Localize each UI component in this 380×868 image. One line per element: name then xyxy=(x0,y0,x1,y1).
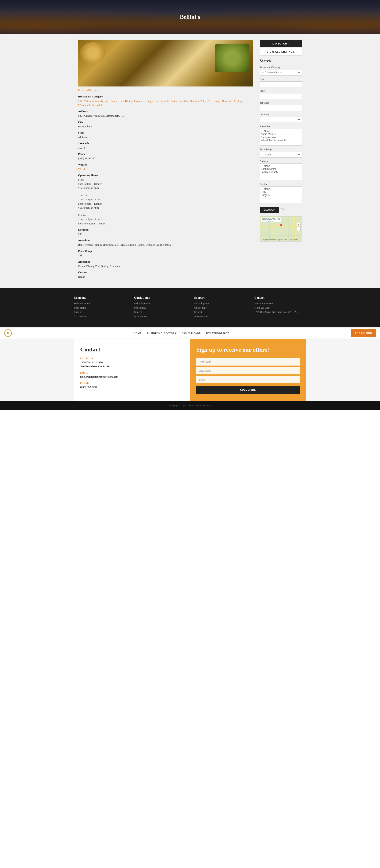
footer-company-link-3[interactable]: Error sit xyxy=(74,310,126,314)
zip-form-group: ZIP Code xyxy=(260,101,302,111)
zip-form-label: ZIP Code xyxy=(260,101,302,104)
hours-fri: Fri-Sat: 11am to 5pm – Lunch 5pm to 9:30… xyxy=(78,213,253,226)
state-form-label: State xyxy=(260,89,302,93)
signup-box: Sign up to receive our offers! SUBSCRIBE xyxy=(190,339,306,401)
amenities-form-label: Amenities xyxy=(260,125,302,128)
contact-location-value: 1234 Divi St. #1000 San Francisco, CA 94… xyxy=(80,360,184,369)
address-value: 6801 Cahaba Valley Rd, Birmingham, AL xyxy=(78,114,253,118)
city-label: City xyxy=(78,120,253,124)
search-title: Search xyxy=(260,59,302,63)
city-section: City Birmingham xyxy=(78,120,253,129)
location-label: Location xyxy=(78,228,253,231)
state-input[interactable] xyxy=(260,93,302,99)
footer-contact-col: Contact info@divimer.com (434)-235-2314 … xyxy=(254,296,306,319)
clear-link[interactable]: Clear xyxy=(281,208,287,211)
city-value: Birmingham xyxy=(78,124,253,129)
nav-link-home[interactable]: HOME xyxy=(134,329,142,338)
nav-link-uncategorized[interactable]: UNCATEGORIZED xyxy=(206,329,230,338)
ambiance-form-group: Ambiance — None — Casual Dining Family-F… xyxy=(260,160,302,181)
website-link[interactable]: Website xyxy=(78,167,87,170)
amenities-listbox[interactable]: — None — Audio Menus Ramp Access Wheelch… xyxy=(260,129,302,146)
footer-columns: Company Sed voluptatem Unde omnis Error … xyxy=(74,296,306,319)
signup-last-name-input[interactable] xyxy=(196,367,300,374)
signup-email-input[interactable] xyxy=(196,376,300,383)
category-form-group: Restaurant Category — Choose One — xyxy=(260,66,302,75)
map-pin: 📍 xyxy=(278,224,284,229)
contact-phone-label: PHONE xyxy=(80,382,184,384)
website-section: Website Website xyxy=(78,163,253,171)
state-value: Alabama xyxy=(78,135,253,139)
cuisine-value: Italian xyxy=(78,275,253,279)
map-zoom-out[interactable]: − xyxy=(297,227,301,231)
signup-first-name-input[interactable] xyxy=(196,359,300,366)
directory-button[interactable]: DIRECTORY xyxy=(260,40,302,47)
ambiance-form-label: Ambiance xyxy=(260,160,302,163)
map-larger-link[interactable]: View larger map xyxy=(262,220,280,222)
search-button[interactable]: SEARCH xyxy=(260,207,279,213)
ambiance-value: Casual Dining, Fine Dining, Romantic xyxy=(78,264,253,268)
hours-section: Operating Hours Mon: 5pm to 9pm – Dinner… xyxy=(78,174,253,225)
category-section: Restaurant Category $$$, 280, Accessibil… xyxy=(78,95,253,107)
location-section: Location 280 xyxy=(78,228,253,236)
footer-contact-email[interactable]: info@divimer.com xyxy=(254,302,306,305)
amenities-label: Amenities xyxy=(78,239,253,242)
footer-support-link-4[interactable]: Accusantium xyxy=(194,315,246,318)
nav-logo[interactable]: D xyxy=(4,329,12,337)
location-select[interactable] xyxy=(260,117,302,123)
footer-support-link-2[interactable]: Unde omnis xyxy=(194,306,246,309)
subscribe-button[interactable]: SUBSCRIBE xyxy=(196,386,300,394)
phone-section: Phone (205) 981-5380 xyxy=(78,152,253,160)
hours-mon: Mon: 5pm to 9pm – Dinner *Bar opens at 4… xyxy=(78,178,253,190)
zip-value: 35242 xyxy=(78,146,253,150)
ambiance-section: Ambiance Casual Dining, Fine Dining, Rom… xyxy=(78,260,253,268)
category-label: Restaurant Category xyxy=(78,95,253,98)
footer-company-link-1[interactable]: Sed voluptatem xyxy=(74,302,126,305)
category-form-label: Restaurant Category xyxy=(260,66,302,69)
contact-location-label: LOCATION xyxy=(80,357,184,360)
add-listing-button[interactable]: ADD LISTING xyxy=(351,329,376,337)
return-to-directory-link[interactable]: Return to Directory xyxy=(78,89,253,92)
map-zoom-in[interactable]: + xyxy=(297,223,301,226)
cuisine-form-label: Cuisine xyxy=(260,183,302,186)
ambiance-listbox[interactable]: — None — Casual Dining Family-Friendly xyxy=(260,163,302,180)
cuisine-section: Cuisine Italian xyxy=(78,271,253,279)
footer-company-link-4[interactable]: Accusantium xyxy=(74,315,126,318)
website-label: Website xyxy=(78,163,253,166)
price-range-select[interactable]: — None — xyxy=(260,152,302,158)
nav-link-business-directory[interactable]: BUSINESS DIRECTORY xyxy=(147,329,177,338)
city-input[interactable] xyxy=(260,82,302,87)
price-range-form-label: Price Range xyxy=(260,148,302,151)
contact-email-value: hello@divirestaurantdirectory.com xyxy=(80,375,184,379)
nav-links: HOME BUSINESS DIRECTORY SAMPLE PAGE UNCA… xyxy=(134,329,229,338)
footer-contact-address: 1245 Divi Street, San Francisco, CA 3426… xyxy=(254,310,306,314)
footer-quicklinks-link-3[interactable]: Error sit xyxy=(134,310,186,314)
hours-label: Operating Hours xyxy=(78,174,253,177)
right-sidebar: DIRECTORY VIEW ALL LISTINGS Search Resta… xyxy=(260,40,302,281)
footer-contact-phone[interactable]: (434)-235-2314 xyxy=(254,306,306,309)
map-road-vertical-2 xyxy=(294,216,295,241)
footer-quicklinks-link-2[interactable]: Unde omnis xyxy=(134,306,186,309)
footer-quicklinks-link-1[interactable]: Sed voluptatem xyxy=(134,302,186,305)
footer-quicklinks-link-4[interactable]: Accusantium xyxy=(134,315,186,318)
footer-company-link-2[interactable]: Unde omnis xyxy=(74,306,126,309)
contact-signup-wrapper: Contact LOCATION 1234 Divi St. #1000 San… xyxy=(0,339,380,401)
contact-box: Contact LOCATION 1234 Divi St. #1000 San… xyxy=(74,339,190,401)
map-address-label: 6801 Cahaba Valley Rd View larger map xyxy=(261,217,281,222)
ambiance-label: Ambiance xyxy=(78,260,253,264)
amenities-section: Amenities Bar, Fireplace, Happy Hour Spe… xyxy=(78,239,253,247)
zip-input[interactable] xyxy=(260,105,302,111)
category-select[interactable]: — Choose One — xyxy=(260,70,302,75)
cuisine-listbox[interactable]: — None — BBQ Burgers xyxy=(260,186,302,203)
restaurant-image xyxy=(78,40,253,87)
address-label: Address xyxy=(78,110,253,113)
view-all-listings-button[interactable]: VIEW ALL LISTINGS xyxy=(260,48,302,56)
footer-company-title: Company xyxy=(74,296,126,300)
footer-support-link-1[interactable]: Sed voluptatem xyxy=(194,302,246,305)
map-zoom-controls: + − xyxy=(297,223,301,231)
nav-link-sample-page[interactable]: SAMPLE PAGE xyxy=(182,329,201,338)
location-form-label: Location xyxy=(260,113,302,116)
hero-section: Bellini's xyxy=(0,0,380,34)
footer-support-link-3[interactable]: Error sit xyxy=(194,310,246,314)
location-form-group: Location xyxy=(260,113,302,123)
cuisine-label: Cuisine xyxy=(78,271,253,274)
